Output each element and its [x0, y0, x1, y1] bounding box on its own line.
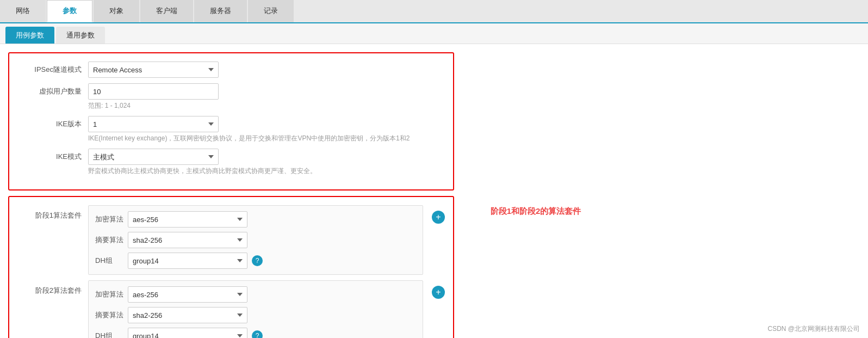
virtual-users-control: 10 范围: 1 - 1,024 — [88, 83, 445, 110]
ike-mode-hint: 野蛮模式协商比主模式协商更快，主模式协商比野蛮模式协商更严谨、更安全。 — [88, 167, 414, 176]
phase2-dh-label: DH组 — [95, 331, 128, 338]
tab-objects[interactable]: 对象 — [94, 0, 139, 22]
phase2-encrypt-row: 加密算法 aes-256 aes-128 3des — [95, 286, 416, 303]
phase2-encrypt-select[interactable]: aes-256 aes-128 3des — [128, 286, 247, 303]
phase2-encrypt-label: 加密算法 — [95, 290, 128, 299]
phase2-hash-select[interactable]: sha2-256 sha1 md5 — [128, 307, 247, 323]
ike-version-control: 1 2 IKE(Internet key exchange)，互联网密钥交换协议… — [88, 116, 445, 143]
top-navigation: 网络 参数 对象 客户端 服务器 记录 — [0, 0, 868, 23]
phase1-hash-select[interactable]: sha2-256 sha1 md5 — [128, 232, 247, 248]
phase2-hash-label: 摘要算法 — [95, 310, 128, 320]
ike-version-select[interactable]: 1 2 — [88, 116, 219, 132]
ike-version-row: IKE版本 1 2 IKE(Internet key exchange)，互联网… — [17, 116, 445, 143]
tab-server[interactable]: 服务器 — [194, 0, 247, 22]
right-description-label: 阶段1和阶段2的算法套件 — [491, 206, 581, 217]
phase2-label: 阶段2算法套件 — [17, 280, 88, 296]
ike-mode-label: IKE模式 — [17, 149, 88, 162]
virtual-users-hint: 范围: 1 - 1,024 — [88, 101, 445, 110]
ipsec-ike-section: IPSec隧道模式 Remote Access Site to Site 虚拟用… — [8, 52, 454, 190]
tab-records[interactable]: 记录 — [248, 0, 294, 22]
phase2-hash-row: 摘要算法 sha2-256 sha1 md5 — [95, 307, 416, 323]
ipsec-mode-label: IPSec隧道模式 — [17, 62, 88, 75]
phase1-dh-select[interactable]: group14 group2 group5 — [128, 253, 247, 269]
tab-client[interactable]: 客户端 — [140, 0, 193, 22]
phase2-box: 加密算法 aes-256 aes-128 3des 摘要算法 sha2-256 … — [88, 280, 423, 338]
tab-network[interactable]: 网络 — [0, 0, 46, 22]
ipsec-mode-select[interactable]: Remote Access Site to Site — [88, 62, 219, 78]
virtual-users-input[interactable]: 10 — [88, 83, 219, 100]
subtab-common-params[interactable]: 通用参数 — [56, 27, 105, 44]
ike-mode-select[interactable]: 主模式 野蛮模式 — [88, 149, 219, 165]
virtual-users-row: 虚拟用户数量 10 范围: 1 - 1,024 — [17, 83, 445, 110]
phase2-add-wrap: + — [427, 280, 445, 299]
ike-mode-control: 主模式 野蛮模式 野蛮模式协商比主模式协商更快，主模式协商比野蛮模式协商更严谨、… — [88, 149, 445, 176]
phase1-label: 阶段1算法套件 — [17, 205, 88, 220]
left-panel: IPSec隧道模式 Remote Access Site to Site 虚拟用… — [8, 52, 454, 338]
tab-params[interactable]: 参数 — [47, 0, 92, 22]
right-panel: 阶段1和阶段2的算法套件 — [454, 52, 617, 338]
phase1-encrypt-label: 加密算法 — [95, 214, 128, 224]
phase1-box: 加密算法 aes-256 aes-128 3des 摘要算法 sha2-256 … — [88, 205, 423, 275]
phase1-row: 阶段1算法套件 加密算法 aes-256 aes-128 3des 摘要算法 — [17, 205, 445, 275]
phase1-encrypt-select[interactable]: aes-256 aes-128 3des — [128, 211, 247, 228]
phase1-encrypt-row: 加密算法 aes-256 aes-128 3des — [95, 211, 416, 228]
phase2-dh-row: DH组 group14 group2 group5 ? — [95, 328, 416, 338]
phase1-add-button[interactable]: + — [432, 211, 445, 224]
phase2-dh-select[interactable]: group14 group2 group5 — [128, 328, 247, 338]
phase1-hash-label: 摘要算法 — [95, 235, 128, 245]
ike-mode-row: IKE模式 主模式 野蛮模式 野蛮模式协商比主模式协商更快，主模式协商比野蛮模式… — [17, 149, 445, 176]
sub-navigation: 用例参数 通用参数 — [0, 23, 868, 44]
ike-version-hint: IKE(Internet key exchange)，互联网密钥交换协议，是用于… — [88, 134, 414, 143]
subtab-usecase-params[interactable]: 用例参数 — [5, 27, 54, 44]
phase2-add-button[interactable]: + — [432, 286, 445, 299]
phase2-dh-help-button[interactable]: ? — [252, 330, 263, 338]
main-content: IPSec隧道模式 Remote Access Site to Site 虚拟用… — [0, 44, 868, 338]
phase1-dh-label: DH组 — [95, 256, 128, 266]
phase1-dh-row: DH组 group14 group2 group5 ? — [95, 253, 416, 269]
phase1-add-wrap: + — [427, 205, 445, 224]
phase1-hash-row: 摘要算法 sha2-256 sha1 md5 — [95, 232, 416, 248]
virtual-users-label: 虚拟用户数量 — [17, 83, 88, 96]
footer-note: CSDN @北京网测科技有限公司 — [767, 324, 860, 334]
phase1-dh-help-button[interactable]: ? — [252, 255, 263, 266]
algorithm-section: 阶段1算法套件 加密算法 aes-256 aes-128 3des 摘要算法 — [8, 196, 454, 338]
phase2-row: 阶段2算法套件 加密算法 aes-256 aes-128 3des 摘要算法 — [17, 280, 445, 338]
ipsec-mode-control: Remote Access Site to Site — [88, 62, 445, 78]
ipsec-mode-row: IPSec隧道模式 Remote Access Site to Site — [17, 62, 445, 78]
ike-version-label: IKE版本 — [17, 116, 88, 129]
